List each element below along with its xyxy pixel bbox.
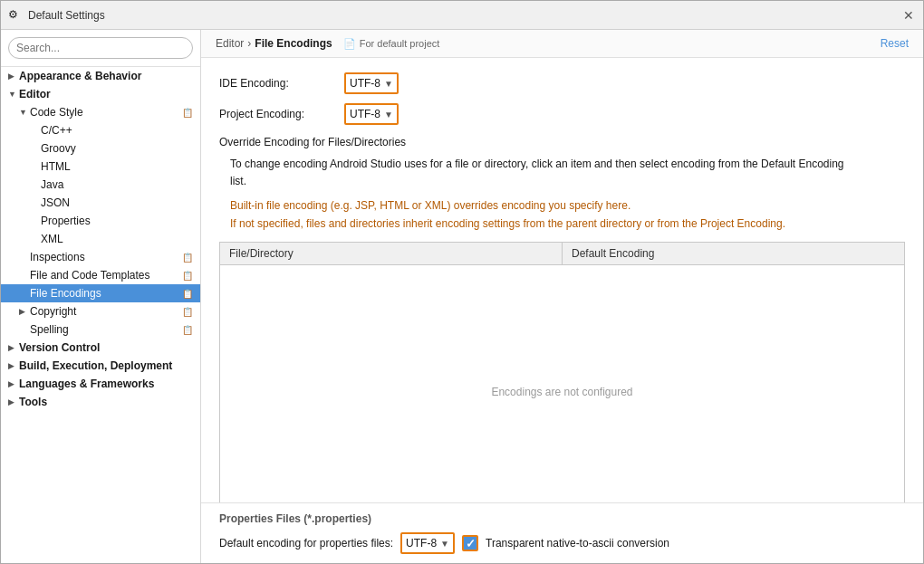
table-empty-message: Encodings are not configured (491, 386, 632, 398)
sidebar-label-languages-frameworks: Languages & Frameworks (19, 378, 193, 390)
sidebar-label-groovy: Groovy (41, 142, 193, 155)
transparent-label: Transparent native-to-ascii conversion (486, 537, 669, 550)
properties-encoding-select[interactable]: UTF-8 ▼ (400, 532, 455, 554)
sidebar-item-editor[interactable]: ▼Editor (1, 85, 200, 103)
close-button[interactable]: ✕ (901, 8, 916, 23)
sidebar-item-java[interactable]: Java (1, 176, 200, 194)
breadcrumb-for-default: 📄 For default project (343, 38, 440, 50)
ide-encoding-row: IDE Encoding: UTF-8 ▼ (219, 72, 905, 94)
file-directory-table: File/Directory Default Encoding Encoding… (219, 242, 905, 502)
warning-text: Built-in file encoding (e.g. JSP, HTML o… (219, 197, 905, 232)
sidebar-label-editor: Editor (19, 88, 193, 100)
breadcrumb-bar: Editor › File Encodings 📄 For default pr… (201, 30, 923, 58)
search-input[interactable] (8, 37, 193, 59)
project-encoding-value: UTF-8 (350, 108, 380, 120)
property-icon-copyright: 📋 (182, 307, 193, 317)
sidebar-label-json: JSON (41, 196, 193, 209)
main-window: ⚙ Default Settings ✕ ▶Appearance & Behav… (0, 0, 924, 564)
checkbox-check-icon: ✓ (466, 538, 476, 550)
info-text-1: To change encoding Android Studio uses f… (219, 156, 905, 190)
sidebar-item-properties[interactable]: Properties (1, 212, 200, 230)
title-bar-left: ⚙ Default Settings (8, 8, 105, 23)
sidebar-item-file-code-templates[interactable]: File and Code Templates📋 (1, 266, 200, 284)
project-encoding-select[interactable]: UTF-8 ▼ (344, 103, 399, 125)
for-default-label: For default project (360, 38, 440, 49)
sidebar-label-build-execution: Build, Execution, Deployment (19, 359, 193, 372)
title-bar: ⚙ Default Settings ✕ (1, 1, 923, 30)
sidebar-item-inspections[interactable]: Inspections📋 (1, 248, 200, 266)
sidebar-item-appearance-behavior[interactable]: ▶Appearance & Behavior (1, 67, 200, 85)
sidebar-item-json[interactable]: JSON (1, 194, 200, 212)
arrow-icon-code-style: ▼ (19, 108, 30, 117)
property-icon-file-encodings: 📋 (182, 289, 193, 299)
sidebar-item-file-encodings[interactable]: File Encodings📋 (1, 284, 200, 302)
sidebar-item-languages-frameworks[interactable]: ▶Languages & Frameworks (1, 375, 200, 393)
search-box (1, 30, 200, 67)
ide-encoding-value: UTF-8 (350, 77, 380, 90)
reset-button[interactable]: Reset (881, 37, 909, 50)
breadcrumb-file-encodings: File Encodings (255, 37, 332, 50)
main-content: ▶Appearance & Behavior▼Editor▼Code Style… (1, 30, 923, 563)
breadcrumb: Editor › File Encodings (216, 37, 332, 50)
sidebar-label-file-code-templates: File and Code Templates (30, 269, 180, 282)
ide-encoding-select[interactable]: UTF-8 ▼ (344, 72, 399, 94)
arrow-icon-build-execution: ▶ (8, 361, 19, 370)
sidebar: ▶Appearance & Behavior▼Editor▼Code Style… (1, 30, 201, 563)
sidebar-label-code-style: Code Style (30, 106, 180, 119)
sidebar-label-file-encodings: File Encodings (30, 287, 180, 300)
arrow-icon-version-control: ▶ (8, 343, 19, 352)
sidebar-label-properties: Properties (41, 215, 193, 227)
project-encoding-label: Project Encoding: (219, 108, 337, 120)
properties-encoding-value: UTF-8 (406, 537, 437, 550)
table-header: File/Directory Default Encoding (220, 243, 904, 265)
sidebar-label-inspections: Inspections (30, 251, 180, 263)
ide-encoding-label: IDE Encoding: (219, 77, 337, 90)
property-icon-spelling: 📋 (182, 325, 193, 335)
tree-container: ▶Appearance & Behavior▼Editor▼Code Style… (1, 67, 200, 411)
sidebar-label-html: HTML (41, 160, 193, 173)
override-section-title: Override Encoding for Files/Directories (219, 136, 905, 148)
sidebar-item-c-cpp[interactable]: C/C++ (1, 121, 200, 139)
page-icon: 📄 (343, 38, 356, 50)
sidebar-item-version-control[interactable]: ▶Version Control (1, 339, 200, 357)
sidebar-item-build-execution[interactable]: ▶Build, Execution, Deployment (1, 357, 200, 375)
sidebar-label-spelling: Spelling (30, 323, 180, 336)
sidebar-item-html[interactable]: HTML (1, 158, 200, 176)
bottom-section: Properties Files (*.properties) Default … (201, 502, 923, 563)
table-col-default-encoding: Default Encoding (563, 243, 904, 264)
arrow-icon-editor: ▼ (8, 90, 19, 99)
bottom-field-label: Default encoding for properties files: (219, 537, 393, 550)
sidebar-label-java: Java (41, 178, 193, 191)
properties-encoding-dropdown-arrow: ▼ (440, 539, 449, 549)
arrow-icon-languages-frameworks: ▶ (8, 379, 19, 388)
sidebar-item-copyright[interactable]: ▶Copyright📋 (1, 302, 200, 320)
transparent-checkbox[interactable]: ✓ (462, 535, 478, 551)
ide-encoding-dropdown-arrow: ▼ (384, 79, 393, 89)
sidebar-label-version-control: Version Control (19, 341, 193, 354)
bottom-section-title: Properties Files (*.properties) (219, 512, 905, 525)
property-icon-inspections: 📋 (182, 253, 193, 263)
sidebar-label-appearance-behavior: Appearance & Behavior (19, 70, 193, 82)
property-icon-code-style: 📋 (182, 108, 193, 118)
property-icon-file-code-templates: 📋 (182, 271, 193, 281)
sidebar-item-tools[interactable]: ▶Tools (1, 393, 200, 411)
project-encoding-row: Project Encoding: UTF-8 ▼ (219, 103, 905, 125)
arrow-icon-appearance-behavior: ▶ (8, 72, 19, 81)
arrow-icon-tools: ▶ (8, 397, 19, 406)
arrow-icon-copyright: ▶ (19, 307, 30, 316)
sidebar-item-groovy[interactable]: Groovy (1, 139, 200, 158)
table-body[interactable]: Encodings are not configured (220, 265, 904, 502)
breadcrumb-separator: › (247, 37, 251, 50)
sidebar-item-spelling[interactable]: Spelling📋 (1, 320, 200, 339)
app-icon: ⚙ (8, 8, 23, 23)
sidebar-item-xml[interactable]: XML (1, 230, 200, 248)
project-encoding-dropdown-arrow: ▼ (384, 110, 393, 119)
breadcrumb-area: Editor › File Encodings 📄 For default pr… (216, 37, 439, 50)
sidebar-label-xml: XML (41, 233, 193, 245)
sidebar-label-c-cpp: C/C++ (41, 124, 193, 137)
bottom-field-row: Default encoding for properties files: U… (219, 532, 905, 554)
sidebar-label-tools: Tools (19, 396, 193, 408)
panel-body: IDE Encoding: UTF-8 ▼ Project Encoding: … (201, 58, 923, 502)
sidebar-item-code-style[interactable]: ▼Code Style📋 (1, 103, 200, 121)
window-title: Default Settings (28, 9, 105, 22)
